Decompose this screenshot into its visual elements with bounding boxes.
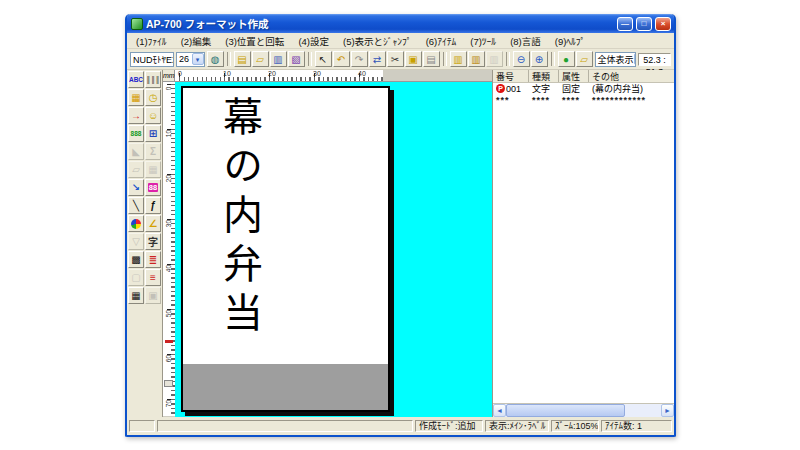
angle-tool-icon[interactable]: ∠: [145, 215, 161, 232]
datamatrix-tool-icon[interactable]: ▦: [128, 287, 144, 304]
select-cursor-icon[interactable]: ↖: [315, 51, 332, 67]
scrollbar-track[interactable]: [625, 404, 661, 417]
move-item-tool-icon[interactable]: ↘: [128, 179, 144, 196]
title-bar[interactable]: AP-700 フォーマット作成 — □ ×: [127, 14, 674, 33]
menu-item[interactable]: (6)ｱｲﾃﾑ: [419, 33, 464, 49]
sum-tool-icon[interactable]: Σ: [145, 143, 161, 160]
digits-tool-icon[interactable]: 88: [145, 179, 161, 196]
close-button[interactable]: ×: [655, 17, 671, 31]
text-tool-icon: ABC: [129, 76, 143, 83]
column-header: 番号: [493, 70, 529, 82]
font-select[interactable]: NUDﾓﾄﾔEX明朝 ▾: [130, 52, 174, 67]
ruler-unit-label: mm: [163, 70, 175, 82]
ruler-tick-label: 30: [313, 70, 321, 77]
dashed-box-tool-icon[interactable]: ▢: [128, 269, 144, 286]
stack-tool-icon[interactable]: ▣: [145, 287, 161, 304]
move-item-tool-icon: ↘: [132, 182, 140, 193]
menu-item[interactable]: (3)位置と回転: [218, 33, 291, 49]
face-tool-icon: ☺: [148, 110, 158, 121]
window-title: AP-700 フォーマット作成: [146, 16, 614, 31]
scroll-left-icon[interactable]: ◄: [493, 404, 506, 417]
main-area: ABC║║║▦◷→☺888⊞◣Σ▱▦↘88╲ƒ∠▽字▩≣▢≡▦▣ mm 0102…: [127, 70, 674, 417]
pie-chart-tool-icon[interactable]: [128, 215, 144, 232]
chevron-down-icon[interactable]: ▾: [192, 53, 204, 65]
cut-icon[interactable]: ✂: [387, 51, 404, 67]
lamp-icon: ●: [563, 54, 569, 65]
design-canvas[interactable]: 幕の内弁当: [175, 82, 492, 417]
table-tool-icon[interactable]: ▦: [128, 89, 144, 106]
zoom-out-icon[interactable]: ⊖: [513, 51, 530, 67]
reorder-icon[interactable]: ⇄: [369, 51, 386, 67]
horizontal-ruler: 010203040: [175, 70, 492, 82]
text-tool-icon[interactable]: ABC: [128, 71, 144, 88]
label-sheet[interactable]: 幕の内弁当: [181, 86, 390, 412]
menu-item[interactable]: (2)編集: [174, 33, 219, 49]
menu-item[interactable]: (7)ﾂｰﾙ: [463, 33, 503, 49]
paste-icon[interactable]: ▤: [423, 51, 440, 67]
menu-item[interactable]: (4)設定: [291, 33, 336, 49]
calculator-tool-icon[interactable]: ⊞: [145, 125, 161, 142]
item-row[interactable]: ***********************: [493, 94, 674, 105]
formula-tool-icon[interactable]: ƒ: [145, 197, 161, 214]
item-row[interactable]: P001文字固定(幕の内弁当): [493, 83, 674, 94]
undo-icon[interactable]: ↶: [333, 51, 350, 67]
menu-item[interactable]: (5)表示とｼﾞｬﾝﾌﾟ: [336, 33, 419, 49]
import-icon[interactable]: ▧: [288, 51, 305, 67]
scroll-right-icon[interactable]: ►: [661, 404, 674, 417]
toolbar-separator: [506, 52, 510, 66]
qr-code-tool-icon[interactable]: ▩: [128, 251, 144, 268]
hanger-tool-icon[interactable]: ▽: [128, 233, 144, 250]
doc-disabled-icon[interactable]: ▥: [486, 51, 503, 67]
grid-tool-icon[interactable]: ▦: [145, 161, 161, 178]
menu-item[interactable]: (1)ﾌｧｲﾙ: [129, 33, 174, 49]
counter-tool-icon[interactable]: 888: [128, 125, 144, 142]
triangle-tool-icon[interactable]: ◣: [128, 143, 144, 160]
save-file-icon[interactable]: ▥: [270, 51, 287, 67]
maximize-button[interactable]: □: [636, 17, 652, 31]
status-segment: 表示:ﾒｲﾝ･ﾗﾍﾞﾙ: [485, 420, 549, 432]
line-tool-icon[interactable]: ╲: [128, 197, 144, 214]
zoom-in-icon[interactable]: ⊕: [531, 51, 548, 67]
numbered-list-tool-icon[interactable]: ≡: [145, 269, 161, 286]
jump-arrow-tool-icon[interactable]: →: [128, 107, 144, 124]
new-file-icon[interactable]: ▤: [234, 51, 251, 67]
scrollbar-thumb[interactable]: [506, 404, 625, 417]
face-tool-icon[interactable]: ☺: [145, 107, 161, 124]
status-segment: 作成ﾓｰﾄﾞ:追加: [415, 420, 483, 432]
column-header: 種類: [529, 70, 559, 82]
formula-tool-icon: ƒ: [150, 200, 156, 211]
editor-region: mm 010203040 010203040506070 幕の内弁当: [162, 70, 492, 417]
open-format-icon: ▱: [580, 54, 588, 65]
copy-icon[interactable]: ▣: [405, 51, 422, 67]
barcode-tool-icon[interactable]: ║║║: [145, 71, 161, 88]
open-format-icon[interactable]: ▱: [576, 51, 593, 67]
redo-icon[interactable]: ↷: [351, 51, 368, 67]
counter-tool-icon: 888: [131, 130, 142, 137]
label-band[interactable]: [183, 364, 388, 410]
label-text-item[interactable]: 幕の内弁当: [219, 96, 259, 341]
bracket-list-tool-icon[interactable]: ≣: [145, 251, 161, 268]
menu-item[interactable]: (8)言語: [503, 33, 548, 49]
language-globe-icon[interactable]: ◍: [207, 51, 224, 67]
coordinate-display: 52.3 : 51.3: [638, 53, 671, 66]
lamp-icon[interactable]: ●: [558, 51, 575, 67]
doc-disabled-icon: ▥: [489, 54, 498, 65]
horizontal-scrollbar[interactable]: ◄ ►: [493, 403, 674, 417]
menu-bar: (1)ﾌｧｲﾙ(2)編集(3)位置と回転(4)設定(5)表示とｼﾞｬﾝﾌﾟ(6)…: [127, 33, 674, 49]
kanji-text-tool-icon[interactable]: 字: [145, 233, 161, 250]
layers-tool-icon[interactable]: ▱: [128, 161, 144, 178]
paste-icon: ▤: [426, 54, 435, 65]
open-folder-icon[interactable]: ▱: [252, 51, 269, 67]
menu-item[interactable]: (9)ﾍﾙﾌﾟ: [548, 33, 593, 49]
view-mode-select[interactable]: 全体表示 ▾: [595, 52, 636, 67]
clock-tool-icon[interactable]: ◷: [145, 89, 161, 106]
item-number-cell: P001: [493, 84, 529, 94]
minimize-button[interactable]: —: [617, 17, 633, 31]
doc-settings-icon[interactable]: ▥: [450, 51, 467, 67]
chevron-down-icon[interactable]: ▾: [634, 53, 636, 65]
doc-list-icon[interactable]: ▥: [468, 51, 485, 67]
font-size-select[interactable]: 26 ▾: [176, 52, 205, 67]
ruler-tick-label: 30: [165, 219, 172, 229]
item-badge: P: [496, 84, 505, 93]
zoom-out-icon: ⊖: [517, 54, 525, 65]
